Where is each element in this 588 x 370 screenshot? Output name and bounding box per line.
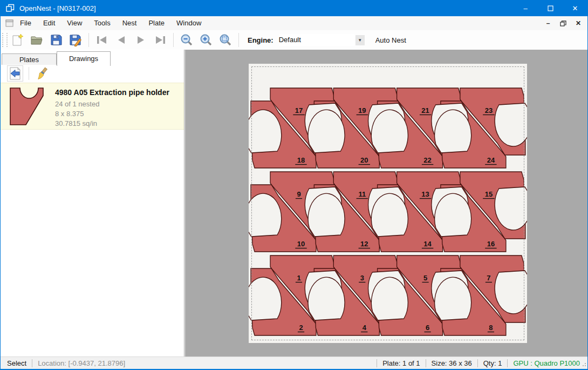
- status-separator: [426, 359, 426, 367]
- minimize-button[interactable]: –: [513, 0, 538, 16]
- go-previous-icon: [116, 35, 127, 45]
- window-title: OpenNest - [N0317-002]: [19, 4, 96, 12]
- clear-drawings-button[interactable]: [36, 66, 51, 81]
- menu-view[interactable]: View: [61, 16, 88, 30]
- part-number-label: 9: [297, 190, 300, 198]
- menu-tools[interactable]: Tools: [88, 16, 116, 30]
- toolbar: Engine: Default ▼ Auto Nest: [1, 30, 587, 50]
- part-number-label: 3: [360, 274, 364, 282]
- drawing-list-item[interactable]: 4980 A05 Extraction pipe holder 24 of 1 …: [1, 83, 184, 130]
- save-as-button[interactable]: [66, 32, 85, 48]
- app-window: OpenNest - [N0317-002] – ✕ File Edit Vie…: [0, 0, 588, 370]
- engine-dropdown-button[interactable]: ▼: [355, 35, 365, 45]
- zoom-out-button[interactable]: [177, 32, 196, 48]
- new-button[interactable]: [8, 32, 26, 48]
- part-number-label: 6: [426, 324, 429, 332]
- part-number-label: 18: [297, 156, 305, 164]
- part-number-label: 24: [487, 156, 495, 164]
- status-separator: [32, 359, 32, 367]
- menu-window[interactable]: Window: [170, 16, 207, 30]
- go-last-button[interactable]: [151, 32, 169, 48]
- nest-canvas[interactable]: 171819202122232491011121314151612345678: [185, 50, 587, 356]
- part-number-label: 12: [360, 240, 368, 248]
- zoom-in-button[interactable]: [197, 32, 215, 48]
- drawing-area: 30.7815 sq/in: [55, 119, 97, 127]
- go-last-icon: [154, 35, 166, 45]
- menu-nest[interactable]: Nest: [117, 16, 143, 30]
- status-plate: Plate: 1 of 1: [382, 359, 420, 367]
- go-first-button[interactable]: [93, 32, 111, 48]
- save-icon: [50, 33, 63, 46]
- zoom-fit-button[interactable]: [216, 32, 235, 48]
- tab-strip: Plates Drawings: [1, 51, 184, 65]
- mdi-restore-button[interactable]: [557, 18, 569, 29]
- status-separator: [507, 359, 508, 367]
- status-size: Size: 36 x 36: [432, 359, 472, 367]
- part-number-label: 10: [297, 240, 305, 248]
- title-bar: OpenNest - [N0317-002] – ✕: [1, 0, 587, 16]
- maximize-button[interactable]: [538, 0, 563, 16]
- part-number-label: 4: [363, 324, 367, 332]
- mdi-document-icon[interactable]: [5, 19, 14, 28]
- menu-bar: File Edit View Tools Nest Plate Window –…: [1, 16, 587, 31]
- save-as-icon: [69, 33, 82, 46]
- part-number-label: 16: [487, 240, 495, 248]
- drawings-toolbar: [1, 65, 184, 82]
- part-number-label: 7: [487, 274, 490, 282]
- go-first-icon: [96, 35, 108, 45]
- auto-nest-button[interactable]: Auto Nest: [372, 34, 409, 46]
- drawing-title: 4980 A05 Extraction pipe holder: [55, 88, 169, 97]
- menu-edit[interactable]: Edit: [37, 16, 61, 30]
- open-button[interactable]: [28, 32, 46, 48]
- go-next-button[interactable]: [132, 32, 150, 48]
- status-qty: Qty: 1: [483, 359, 502, 367]
- toolbar-separator: [173, 33, 174, 47]
- part-number-label: 23: [485, 106, 493, 115]
- part-number-label: 14: [423, 240, 432, 248]
- save-button[interactable]: [47, 32, 65, 48]
- part-number-label: 1: [297, 274, 300, 282]
- part-number-label: 15: [485, 190, 493, 198]
- part-number-label: 20: [360, 156, 368, 164]
- mdi-minimize-button[interactable]: –: [542, 18, 554, 29]
- app-icon: [5, 3, 15, 13]
- status-separator: [377, 359, 377, 367]
- part-thumbnail: [6, 86, 50, 127]
- plate[interactable]: 171819202122232491011121314151612345678: [249, 64, 527, 343]
- engine-combobox[interactable]: Default: [279, 34, 354, 46]
- go-previous-button[interactable]: [112, 32, 131, 48]
- drawing-size: 8 x 8.375: [55, 110, 84, 118]
- toolbar-separator: [238, 33, 239, 47]
- panel-separator: [29, 67, 29, 80]
- nest-layout: 171819202122232491011121314151612345678: [249, 64, 527, 343]
- part-number-label: 11: [358, 190, 366, 198]
- engine-label: Engine:: [248, 36, 274, 44]
- zoom-out-icon: [180, 33, 193, 46]
- menu-plate[interactable]: Plate: [142, 16, 170, 30]
- part-number-label: 21: [421, 106, 429, 115]
- resize-grip[interactable]: [581, 362, 586, 368]
- zoom-in-icon: [200, 33, 213, 46]
- broom-icon: [37, 67, 50, 80]
- tab-drawings[interactable]: Drawings: [57, 51, 111, 66]
- close-button[interactable]: ✕: [563, 0, 587, 16]
- import-arrow-icon: [9, 67, 21, 80]
- toolbar-separator: [88, 33, 89, 47]
- status-separator: [477, 359, 478, 367]
- left-panel: Plates Drawings: [1, 50, 184, 356]
- status-bar: Select Location: [-0.9437, 21.8796] Plat…: [1, 356, 587, 369]
- part-number-label: 8: [489, 324, 493, 332]
- open-folder-icon: [30, 33, 43, 46]
- status-location: Location: [-0.9437, 21.8796]: [38, 359, 125, 367]
- zoom-fit-icon: [219, 33, 232, 46]
- import-drawing-button[interactable]: [7, 65, 23, 82]
- status-mode: Select: [7, 359, 26, 367]
- mdi-close-button[interactable]: ✕: [572, 18, 584, 29]
- status-gpu: GPU : Quadro P1000: [513, 359, 580, 367]
- toolbar-grip[interactable]: [2, 33, 8, 47]
- part-number-label: 17: [295, 106, 303, 115]
- part-number-label: 19: [358, 106, 366, 115]
- part-number-label: 22: [423, 156, 431, 164]
- menu-file[interactable]: File: [14, 16, 37, 30]
- tab-plates[interactable]: Plates: [2, 53, 57, 65]
